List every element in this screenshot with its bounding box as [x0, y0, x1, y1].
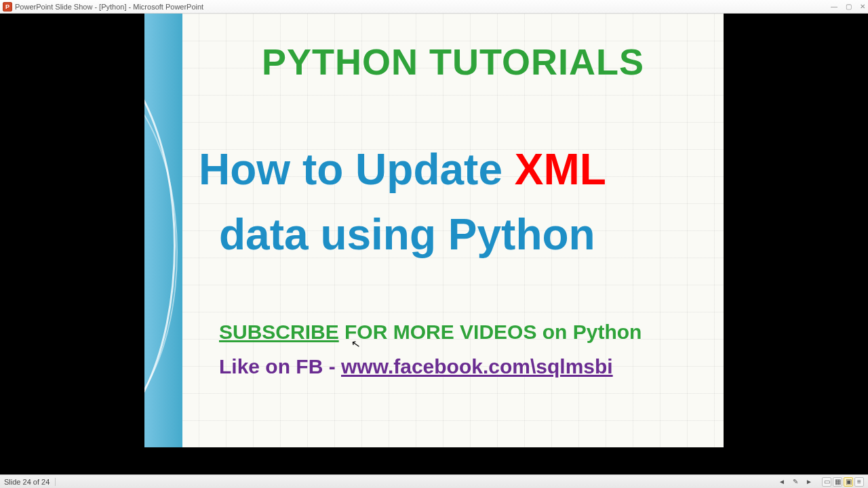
window-controls: — ▢ ✕ — [831, 3, 865, 10]
slide-title-accent: XML — [515, 145, 606, 194]
window-title: PowerPoint Slide Show - [Python] - Micro… — [15, 3, 203, 11]
slide-decorative-band — [144, 14, 182, 447]
slide-content: PYTHON TUTORIALS How to Update XML data … — [199, 41, 707, 434]
powerpoint-icon: P — [3, 2, 12, 12]
slideshow-stage[interactable]: PYTHON TUTORIALS How to Update XML data … — [0, 14, 868, 474]
maximize-button[interactable]: ▢ — [846, 3, 852, 10]
slide-footer-text: SUBSCRIBE FOR MORE VIDEOS on Python Like… — [199, 314, 707, 384]
facebook-line: Like on FB - www.facebook.com\sqlmsbi — [219, 349, 707, 384]
fb-prefix: Like on FB - — [219, 355, 341, 378]
close-button[interactable]: ✕ — [860, 3, 865, 10]
next-slide-button[interactable]: ► — [804, 477, 814, 487]
subscribe-word: SUBSCRIBE — [219, 321, 339, 343]
slide-heading: PYTHON TUTORIALS — [199, 41, 707, 83]
prev-slide-button[interactable]: ◄ — [777, 477, 787, 487]
minimize-button[interactable]: — — [831, 3, 837, 10]
pen-tool-button[interactable]: ✎ — [791, 477, 800, 487]
view-buttons: ▭ ▦ ▣ ≡ — [822, 477, 864, 487]
title-bar: P PowerPoint Slide Show - [Python] - Mic… — [0, 0, 868, 14]
slide-title: How to Update XML data using Python — [199, 137, 707, 267]
status-bar: Slide 24 of 24 ◄ ✎ ► ▭ ▦ ▣ ≡ — [0, 474, 868, 488]
reading-view-button[interactable]: ≡ — [854, 477, 864, 487]
normal-view-button[interactable]: ▭ — [822, 477, 831, 487]
slideshow-view-button[interactable]: ▣ — [844, 477, 853, 487]
facebook-link[interactable]: www.facebook.com\sqlmsbi — [341, 355, 613, 378]
slide: PYTHON TUTORIALS How to Update XML data … — [144, 14, 724, 447]
subscribe-rest: FOR MORE VIDEOS on Python — [339, 321, 642, 343]
slide-counter: Slide 24 of 24 — [4, 478, 56, 486]
status-right: ◄ ✎ ► ▭ ▦ ▣ ≡ — [777, 477, 864, 487]
slide-title-line2: data using Python — [199, 202, 707, 267]
sorter-view-button[interactable]: ▦ — [833, 477, 842, 487]
subscribe-line: SUBSCRIBE FOR MORE VIDEOS on Python — [219, 314, 707, 349]
slide-title-part1: How to Update — [199, 145, 515, 194]
